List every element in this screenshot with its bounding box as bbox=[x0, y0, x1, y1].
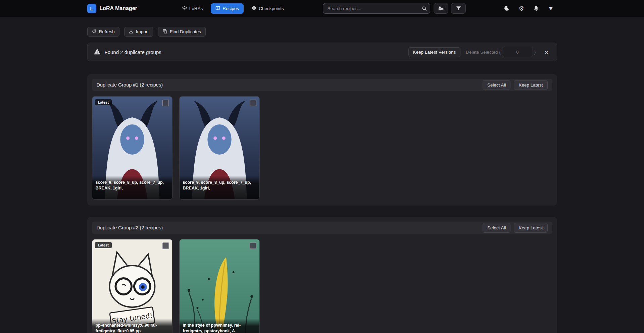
main-content: Refresh Import Find Duplicates Found 2 d… bbox=[87, 17, 557, 333]
book-icon bbox=[215, 6, 220, 11]
card-checkbox[interactable] bbox=[250, 242, 256, 249]
recipe-card[interactable]: Stay tuned! Latest pp-enchanted-whimsy:0… bbox=[92, 239, 172, 333]
card-checkbox[interactable] bbox=[162, 100, 169, 106]
duplicate-group-1: Duplicate Group #1 (2 recipes) Select Al… bbox=[87, 74, 557, 206]
refresh-icon bbox=[92, 29, 96, 35]
navbar: L LoRA Manager LoRAs Recipes Checkpoints bbox=[0, 0, 644, 17]
find-duplicates-button[interactable]: Find Duplicates bbox=[158, 27, 206, 37]
select-all-button[interactable]: Select All bbox=[483, 223, 511, 233]
refresh-button[interactable]: Refresh bbox=[87, 27, 119, 37]
recipe-card[interactable]: in the style of ppWhimsy, ral-frctlgmtry… bbox=[179, 239, 260, 333]
funnel-icon[interactable] bbox=[451, 3, 466, 14]
favorites-heart-icon[interactable]: ♥ bbox=[545, 2, 557, 14]
latest-badge: Latest bbox=[95, 99, 112, 105]
select-all-button[interactable]: Select All bbox=[483, 80, 511, 90]
recipe-card[interactable]: score_9, score_8_up, score_7_up, BREAK, … bbox=[179, 96, 260, 200]
duplicate-group-2: Duplicate Group #2 (2 recipes) Select Al… bbox=[87, 217, 557, 333]
keep-latest-button[interactable]: Keep Latest bbox=[514, 80, 547, 90]
group-title: Duplicate Group #1 (2 recipes) bbox=[97, 82, 163, 88]
toolbar: Refresh Import Find Duplicates bbox=[87, 27, 557, 37]
nav-icon-group: ⚙ ♥ bbox=[500, 2, 557, 14]
nav-filter-buttons bbox=[434, 3, 466, 14]
search-icon[interactable] bbox=[419, 4, 430, 13]
notifications-bell-icon[interactable] bbox=[530, 2, 542, 14]
nav-tabs: LoRAs Recipes Checkpoints bbox=[178, 3, 289, 14]
search-input[interactable] bbox=[323, 3, 430, 14]
delete-selected-control: Delete Selected ( ) bbox=[466, 47, 536, 57]
duplicates-icon bbox=[163, 29, 167, 35]
tab-loras[interactable]: LoRAs bbox=[178, 3, 208, 14]
recipe-caption: score_9, score_8_up, score_7_up, BREAK, … bbox=[180, 176, 259, 199]
tab-checkpoints[interactable]: Checkpoints bbox=[247, 3, 288, 14]
keep-latest-versions-button[interactable]: Keep Latest Versions bbox=[408, 47, 461, 57]
keep-latest-button[interactable]: Keep Latest bbox=[514, 223, 547, 233]
banner-close-icon[interactable]: × bbox=[542, 47, 550, 57]
group-title: Duplicate Group #2 (2 recipes) bbox=[97, 225, 163, 230]
card-checkbox[interactable] bbox=[250, 100, 256, 106]
delete-count-input[interactable] bbox=[502, 47, 533, 57]
app-title: LoRA Manager bbox=[100, 5, 137, 11]
duplicates-banner: Found 2 duplicate groups Keep Latest Ver… bbox=[87, 43, 557, 61]
banner-message: Found 2 duplicate groups bbox=[105, 49, 161, 55]
recipe-caption: pp-enchanted-whimsy:0.90 ral-frctlgmtry_… bbox=[92, 319, 172, 333]
warning-icon bbox=[94, 48, 101, 56]
theme-toggle-moon-icon[interactable] bbox=[500, 2, 512, 14]
cards-row: Stay tuned! Latest pp-enchanted-whimsy:0… bbox=[92, 234, 552, 333]
cards-row: Latest score_9, score_8_up, score_7_up, … bbox=[92, 91, 552, 201]
flag-icon bbox=[252, 6, 256, 11]
card-checkbox[interactable] bbox=[162, 242, 169, 249]
settings-gear-icon[interactable]: ⚙ bbox=[515, 2, 527, 14]
sliders-icon[interactable] bbox=[434, 3, 448, 14]
recipe-card[interactable]: Latest score_9, score_8_up, score_7_up, … bbox=[92, 96, 172, 200]
delete-selected-label-suffix: ) bbox=[534, 50, 536, 55]
tab-label: Recipes bbox=[222, 6, 239, 11]
import-button[interactable]: Import bbox=[124, 27, 153, 37]
recipe-caption: in the style of ppWhimsy, ral-frctlgmtry… bbox=[180, 319, 259, 333]
search-box bbox=[323, 3, 430, 14]
tab-label: Checkpoints bbox=[259, 6, 284, 11]
app-logo-icon: L bbox=[87, 4, 96, 13]
tab-label: LoRAs bbox=[189, 6, 203, 11]
tab-recipes[interactable]: Recipes bbox=[211, 3, 244, 14]
import-icon bbox=[129, 29, 133, 35]
latest-badge: Latest bbox=[95, 242, 112, 248]
brand: L LoRA Manager bbox=[87, 4, 137, 13]
recipe-caption: score_9, score_8_up, score_7_up, BREAK, … bbox=[92, 176, 172, 199]
delete-selected-label: Delete Selected ( bbox=[466, 50, 501, 55]
group-header: Duplicate Group #2 (2 recipes) Select Al… bbox=[92, 222, 552, 234]
group-header: Duplicate Group #1 (2 recipes) Select Al… bbox=[92, 79, 552, 91]
layers-icon bbox=[182, 6, 187, 11]
